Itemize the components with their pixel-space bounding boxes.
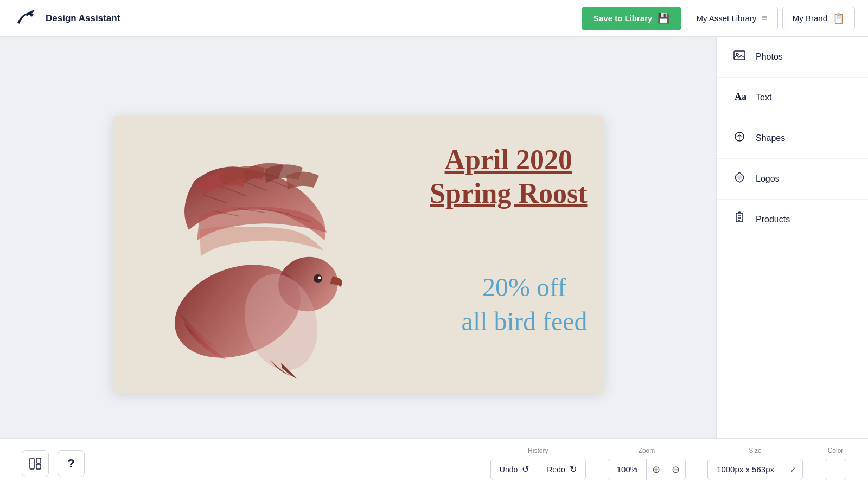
my-brand-button[interactable]: My Brand 📋	[782, 7, 855, 30]
zoom-label: Zoom	[639, 447, 655, 454]
history-label: History	[528, 447, 548, 454]
layout-button[interactable]	[22, 450, 49, 477]
zoom-value: 100%	[608, 465, 646, 474]
my-asset-library-button[interactable]: My Asset Library ≡	[686, 7, 777, 30]
size-value: 1000px x 563px	[708, 465, 783, 474]
canvas-promo: 20% off all bird feed	[462, 271, 588, 338]
design-canvas[interactable]: April 2020 Spring Roost 20% off all bird…	[113, 116, 604, 393]
svg-point-3	[314, 274, 322, 283]
save-icon: 💾	[658, 12, 669, 24]
brand-label: My Brand	[793, 14, 827, 23]
color-label: Color	[828, 447, 844, 454]
photos-label: Photos	[756, 52, 783, 62]
logo-area: Design Assistant	[13, 5, 582, 31]
undo-icon: ↺	[522, 464, 529, 474]
redo-label: Redo	[547, 465, 565, 474]
canvas-title-line1: April 2020	[430, 143, 587, 177]
history-section: History Undo ↺ Redo ↻	[490, 447, 586, 480]
color-swatch[interactable]	[825, 459, 846, 480]
sidebar-item-logos[interactable]: Logos	[717, 159, 868, 200]
svg-point-0	[30, 14, 33, 16]
products-label: Products	[756, 215, 790, 224]
size-section: Size 1000px x 563px ⤢	[707, 447, 803, 480]
canvas-title: April 2020 Spring Roost	[430, 143, 587, 211]
help-button[interactable]: ?	[58, 450, 85, 477]
photos-icon	[732, 49, 747, 65]
list-icon: ≡	[762, 12, 768, 24]
save-button-label: Save to Library	[593, 14, 652, 23]
main-content: April 2020 Spring Roost 20% off all bird…	[0, 37, 868, 488]
undo-label: Undo	[500, 465, 518, 474]
color-section: Color	[825, 447, 846, 480]
sidebar-item-text[interactable]: Aa Text	[717, 78, 868, 118]
sidebar-item-products[interactable]: Products	[717, 200, 868, 240]
app-logo	[13, 5, 39, 31]
logos-icon	[732, 171, 747, 187]
bottom-left-buttons: ?	[22, 450, 85, 477]
zoom-control: 100% ⊕ ⊖	[608, 459, 686, 480]
promo-line2: all bird feed	[462, 305, 588, 338]
promo-line1: 20% off	[462, 271, 588, 304]
size-control: 1000px x 563px ⤢	[707, 459, 803, 480]
header: Design Assistant Save to Library 💾 My As…	[0, 0, 868, 37]
brand-icon: 📋	[833, 12, 845, 24]
canvas-title-line2: Spring Roost	[430, 177, 587, 210]
resize-button[interactable]: ⤢	[783, 459, 802, 480]
layout-icon	[29, 458, 41, 470]
redo-button[interactable]: Redo ↻	[538, 459, 585, 480]
history-control: Undo ↺ Redo ↻	[490, 459, 586, 480]
redo-icon: ↻	[570, 464, 577, 474]
products-icon	[732, 211, 747, 228]
undo-button[interactable]: Undo ↺	[491, 459, 538, 480]
app-title: Design Assistant	[46, 13, 120, 24]
logos-label: Logos	[756, 174, 780, 184]
text-icon: Aa	[732, 89, 747, 106]
text-label: Text	[756, 93, 771, 102]
svg-point-4	[318, 277, 321, 279]
shapes-label: Shapes	[756, 133, 785, 143]
question-icon: ?	[67, 457, 74, 471]
bottom-bar: ? History Undo ↺ Redo ↻ Zoom 100% ⊕ ⊖ Si…	[0, 438, 868, 488]
svg-text:Aa: Aa	[735, 91, 746, 102]
zoom-out-button[interactable]: ⊖	[666, 459, 685, 480]
shapes-icon	[732, 130, 747, 146]
svg-rect-14	[734, 51, 745, 60]
svg-rect-27	[36, 464, 41, 469]
size-label: Size	[749, 447, 761, 454]
sidebar-item-photos[interactable]: Photos	[717, 37, 868, 78]
svg-rect-26	[36, 458, 41, 463]
save-to-library-button[interactable]: Save to Library 💾	[582, 7, 681, 30]
right-sidebar: Photos Aa Text Shapes	[716, 37, 868, 488]
sidebar-item-shapes[interactable]: Shapes	[717, 118, 868, 159]
asset-library-label: My Asset Library	[696, 14, 756, 23]
zoom-section: Zoom 100% ⊕ ⊖	[608, 447, 686, 480]
header-actions: Save to Library 💾 My Asset Library ≡ My …	[582, 7, 855, 30]
svg-rect-25	[30, 458, 34, 469]
canvas-area: April 2020 Spring Roost 20% off all bird…	[0, 37, 716, 488]
zoom-in-button[interactable]: ⊕	[646, 459, 666, 480]
